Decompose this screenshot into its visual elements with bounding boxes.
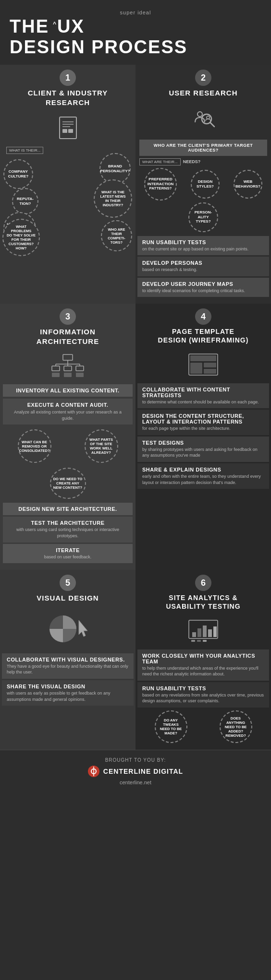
- sec3-inventory: INVENTORY ALL EXISTING CONTENT.: [3, 384, 133, 397]
- sec1-header: 1 CLIENT & INDUSTRYRESEARCH: [0, 65, 136, 110]
- header: super ideal THE ^UX DESIGN PROCESS: [0, 0, 271, 65]
- sec6-header: 6 SITE ANALYTICS &USABILITY TESTING: [136, 570, 271, 614]
- develop-personas-desc: based on research & testing.: [142, 267, 264, 273]
- sec4-icon-area: [136, 348, 271, 381]
- design-new-title: DESIGN NEW SITE ARCHITECTURE.: [8, 506, 128, 512]
- svg-rect-26: [204, 369, 216, 374]
- content-audit-title: EXECUTE A CONTENT AUDIT.: [8, 402, 128, 408]
- section-3: 3 INFORMATIONARCHITECTURE: [0, 304, 136, 570]
- sec5-collaborate-desc: They have a good eye for beauty and func…: [7, 663, 129, 675]
- sec4-test-designs: TEST DESIGNS by sharing prototypes with …: [137, 437, 269, 462]
- sec2-user-journey: DEVELOP USER JOURNEY MAPS to identify id…: [137, 278, 269, 297]
- sec1-number: 1: [60, 70, 76, 86]
- footer-brought: BROUGHT TO YOU BY:: [7, 757, 264, 763]
- sec4-share-explain: SHARE & EXPLAIN DESIGNS early and often …: [137, 463, 269, 489]
- share-explain-title: SHARE & EXPLAIN DESIGNS: [142, 467, 264, 472]
- test-designs-title: TEST DESIGNS: [142, 440, 264, 446]
- sec1-bubbles: WHAT IS THEIR... COMPANYCULTURE? BRANDPE…: [2, 146, 133, 256]
- sec3-number: 3: [60, 308, 76, 325]
- bubble-removed: WHAT CAN BE REMOVED OR CONSOLIDATED?: [18, 429, 51, 463]
- sec6-title: SITE ANALYTICS &USABILITY TESTING: [139, 593, 267, 611]
- sec2-number: 2: [195, 70, 211, 86]
- bubble-latest-news: WHAT IS THELATEST NEWSIN THEIRINDUSTRY?: [94, 179, 132, 218]
- title-ux: UX: [57, 16, 85, 36]
- what-are-label: WHAT ARE THEIR...: [139, 158, 181, 165]
- sec5-number: 5: [60, 575, 76, 591]
- bubble-site-work: WHAT PARTS OF THE SITE WORK WELL ALREADY…: [85, 429, 118, 463]
- svg-rect-24: [190, 363, 202, 374]
- sec5-info-blocks: COLLABORATE WITH VISUAL DESIGNERS. They …: [2, 653, 134, 706]
- sec2-query: WHO ARE THE CLIENT'S PRIMARY TARGET AUDI…: [139, 140, 267, 156]
- svg-rect-32: [208, 629, 212, 637]
- bubble-reputation: REPUTA-TION?: [12, 188, 38, 214]
- needs-label: NEEDS?: [183, 159, 201, 164]
- svg-rect-20: [52, 373, 60, 377]
- caret-symbol: ^: [53, 21, 57, 27]
- svg-rect-4: [62, 129, 67, 133]
- sitemap-icon: [51, 354, 85, 378]
- svg-rect-0: [60, 117, 76, 139]
- footer: BROUGHT TO YOU BY: CENTERLINE DIGITAL ce…: [0, 750, 271, 792]
- sec4-title: PAGE TEMPLATEDESIGN (WIREFRAMING): [139, 327, 267, 344]
- sec4-header: 4 PAGE TEMPLATEDESIGN (WIREFRAMING): [136, 304, 271, 347]
- bubble-problems: WHATPROBLEMSDO THEY SOLVEFOR THEIRCUSTOM…: [2, 219, 40, 256]
- svg-rect-19: [64, 373, 72, 377]
- sec6-run-usability-title: RUN USABILITY TESTS: [142, 685, 264, 691]
- sec6-icon-area: [136, 614, 271, 648]
- sec5-share-title: SHARE THE VISUAL DESIGN: [7, 684, 129, 689]
- super-ideal-label: super ideal: [10, 10, 261, 15]
- svg-rect-23: [190, 355, 216, 361]
- iterate-desc: based on user feedback.: [8, 554, 128, 560]
- sec2-info-blocks: RUN USABILITY TESTS on the current site …: [137, 236, 269, 297]
- sec3-content-audit: EXECUTE A CONTENT AUDIT. Analyze all exi…: [3, 399, 133, 425]
- user-journey-title: DEVELOP USER JOURNEY MAPS: [142, 281, 264, 287]
- section-1: 1 CLIENT & INDUSTRYRESEARCH WHAT IS THEI…: [0, 65, 136, 304]
- svg-point-9: [207, 116, 209, 119]
- analytics-icon: [186, 619, 220, 643]
- svg-rect-30: [197, 628, 201, 637]
- sec2-run-usability: RUN USABILITY TESTS on the current site …: [137, 236, 269, 256]
- wireframe-icon: [186, 353, 220, 377]
- sec2-title: USER RESEARCH: [139, 88, 267, 98]
- sec6-run-usability-desc: based on any revelations from site analy…: [142, 692, 264, 704]
- iterate-title: ITERATE: [8, 547, 128, 553]
- sec3-test-arch: TEST THE ARCHITECTURE with users using c…: [3, 517, 133, 542]
- sec4-collaborate: COLLABORATE WITH CONTENT STRATEGISTS to …: [137, 383, 269, 409]
- sec6-number: 6: [195, 575, 211, 591]
- page-wrapper: super ideal THE ^UX DESIGN PROCESS 1 CLI…: [0, 0, 271, 792]
- title-the: THE: [10, 16, 49, 37]
- sec5-collaborate-title: COLLABORATE WITH VISUAL DESIGNERS.: [7, 657, 129, 662]
- sec2-bubble-personality-row: PERSON-ALITY TYPES?: [136, 202, 271, 232]
- what-is-label: WHAT IS THEIR...: [6, 147, 43, 154]
- centerline-logo-icon: [88, 766, 99, 777]
- footer-brand-row: CENTERLINE DIGITAL: [7, 766, 264, 777]
- sec3-header: 3 INFORMATIONARCHITECTURE: [0, 304, 136, 349]
- svg-rect-18: [76, 366, 84, 371]
- run-usability-desc: on the current site or app based on exis…: [142, 246, 264, 252]
- document-icon: [55, 115, 81, 141]
- bubble-tweaks: DO ANY TWEAKS NEED TO BE MADE?: [155, 710, 187, 743]
- test-designs-desc: by sharing prototypes with users and ask…: [142, 447, 264, 459]
- bubble-competitors: WHO ARETHEIRCOMPETI-TORS?: [101, 220, 132, 251]
- sec2-what-are-row: WHAT ARE THEIR... NEEDS?: [136, 158, 271, 165]
- sec6-question-bubbles: DO ANY TWEAKS NEED TO BE MADE? DOES ANYT…: [137, 710, 269, 743]
- sec3-iterate: ITERATE based on user feedback.: [3, 544, 133, 564]
- content-audit-desc: Analyze all existing content with your u…: [8, 409, 128, 421]
- svg-rect-17: [64, 366, 72, 371]
- design-content-title: DESIGN THE CONTENT STRUCTURE, LAYOUT & I…: [142, 413, 264, 425]
- svg-rect-34: [191, 640, 195, 642]
- sec5-icon-area: [0, 606, 136, 651]
- user-journey-desc: to identify ideal scenarios for completi…: [142, 288, 264, 294]
- sec1-title: CLIENT & INDUSTRYRESEARCH: [4, 88, 132, 107]
- footer-brand-name: CENTERLINE DIGITAL: [103, 767, 183, 775]
- sec6-info-blocks: WORK CLOSELY WITH YOUR ANALYTICS TEAM to…: [137, 649, 269, 743]
- bubble-company-culture: COMPANYCULTURE?: [3, 159, 33, 189]
- section-6: 6 SITE ANALYTICS &USABILITY TESTING: [136, 570, 271, 750]
- title-design-process: DESIGN PROCESS: [10, 37, 261, 58]
- section-2: 2 USER RESEARCH WHO ARE THE CLIENT'S PRI…: [136, 65, 271, 304]
- svg-rect-5: [68, 129, 73, 133]
- bubble-web-behaviors: WEB BEHAVIORS?: [234, 170, 262, 199]
- sec2-bubbles-row1: PREFERRED INTERACTION PATTERNS? DESIGN S…: [136, 168, 271, 201]
- sec2-develop-personas: DEVELOP PERSONAS based on research & tes…: [137, 257, 269, 276]
- collaborate-title: COLLABORATE WITH CONTENT STRATEGISTS: [142, 387, 264, 398]
